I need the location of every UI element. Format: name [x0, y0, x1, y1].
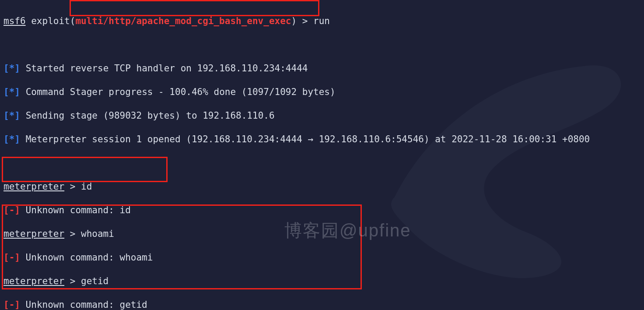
- info-line-2: [*] Command Stager progress - 100.46% do…: [4, 86, 590, 98]
- msf6-label: msf6: [4, 16, 26, 26]
- blank-line: [4, 39, 590, 51]
- info-line-3: [*] Sending stage (989032 bytes) to 192.…: [4, 110, 590, 122]
- run-command: run: [313, 16, 330, 26]
- highlight-module-box: [70, 0, 319, 16]
- error-getid-line: [-] Unknown command: getid: [4, 299, 590, 310]
- highlight-shell-box: [2, 204, 362, 289]
- exploit-module-path: multi/http/apache_mod_cgi_bash_env_exec: [75, 16, 291, 26]
- msf6-prompt-line: msf6 exploit(multi/http/apache_mod_cgi_b…: [4, 15, 590, 27]
- info-line-4: [*] Meterpreter session 1 opened (192.16…: [4, 134, 590, 145]
- highlight-getuid-box: [2, 157, 168, 182]
- watermark-text: 博客园@upfine: [284, 225, 411, 236]
- meterpreter-id-line: meterpreter > id: [4, 181, 590, 193]
- info-line-1: [*] Started reverse TCP handler on 192.1…: [4, 63, 590, 74]
